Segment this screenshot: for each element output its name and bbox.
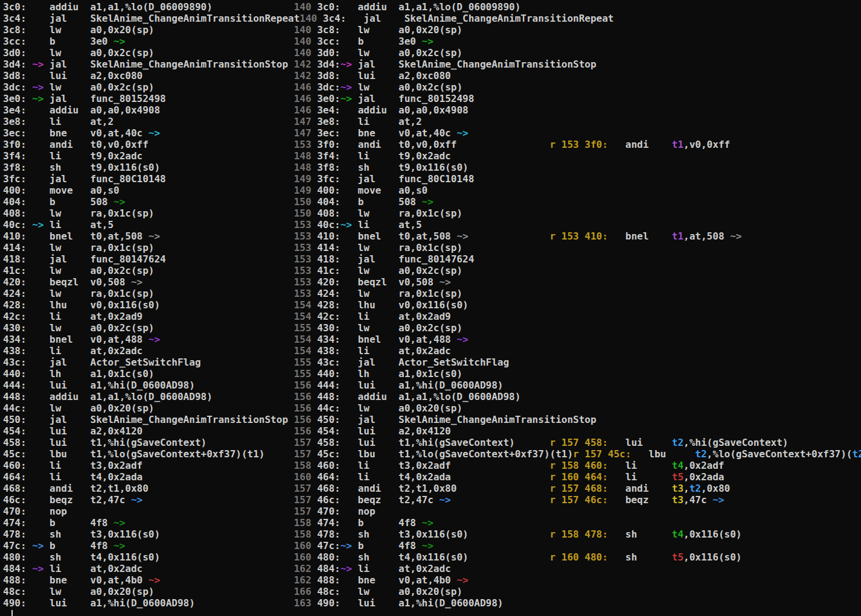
asm-line: 408: lw ra,0x1c(sp) 150 408: lw ra,0x1c(… (3, 208, 861, 219)
prompt-text: . (3, 609, 9, 616)
asm-line: 48c: lw a0,0x20(sp) 166 48c: lw a0,0x20(… (3, 586, 861, 597)
asm-line: 468: andi t2,t1,0x80 157 468: andi t2,t1… (3, 483, 861, 494)
asm-line: 44c: lw a0,0x20(sp) 156 44c: lw a0,0x20(… (3, 402, 861, 414)
asm-line: 46c: beqz t2,47c ~> 157 46c: beqz t2,47c… (3, 494, 861, 506)
asm-line: 404: b 508 ~> 150 404: b 508 ~> (3, 196, 861, 208)
asm-line: 490: lui a1,%hi(D_0600AD98) 163 490: lui… (3, 597, 861, 609)
asm-line: 438: li at,0x2adc 154 438: li at,0x2adc (3, 345, 861, 357)
asm-line: 3c8: lw a0,0x20(sp) 140 3c8: lw a0,0x20(… (3, 24, 861, 36)
asm-line: 3e8: li at,2 147 3e8: li at,2 (3, 116, 861, 127)
asm-line: 460: li t3,0x2adf 158 460: li t3,0x2adf … (3, 460, 861, 471)
asm-line: 448: addiu a1,a1,%lo(D_0600AD98) 156 448… (3, 391, 861, 402)
asm-line: 42c: li at,0x2ad9 154 42c: li at,0x2ad9 (3, 311, 861, 322)
asm-line: 41c: lw a0,0x2c(sp) 153 41c: lw a0,0x2c(… (3, 265, 861, 276)
asm-line: 3c4: jal SkelAnime_ChangeAnimTransitionR… (3, 13, 861, 24)
asm-line: 3c0: addiu a1,a1,%lo(D_06009890) 140 3c0… (3, 1, 861, 13)
asm-line: 450: jal SkelAnime_ChangeAnimTransitionS… (3, 414, 861, 425)
asm-line: 464: li t4,0x2ada 160 464: li t4,0x2ada … (3, 471, 861, 483)
asm-line: 414: lw ra,0x1c(sp) 153 414: lw ra,0x1c(… (3, 242, 861, 253)
asm-line: 3e0: ~> jal func_80152498 146 3e0:~> jal… (3, 93, 861, 104)
asm-line: 3d4: ~> jal SkelAnime_ChangeAnimTransiti… (3, 59, 861, 70)
asm-line: 3f8: sh t9,0x116(s0) 148 3f8: sh t9,0x11… (3, 162, 861, 173)
terminal[interactable]: 3c0: addiu a1,a1,%lo(D_06009890) 140 3c0… (0, 0, 861, 616)
asm-line: 3cc: b 3e0 ~> 140 3cc: b 3e0 ~> (3, 36, 861, 47)
asm-line: 420: beqzl v0,508 ~> 153 420: beqzl v0,5… (3, 276, 861, 288)
asm-line: 3fc: jal func_80C10148 149 3fc: jal func… (3, 173, 861, 185)
asm-line: 3d0: lw a0,0x2c(sp) 140 3d0: lw a0,0x2c(… (3, 47, 861, 59)
asm-line: 428: lhu v0,0x116(s0) 154 428: lhu v0,0x… (3, 299, 861, 311)
asm-line: 470: nop 157 470: nop (3, 506, 861, 517)
asm-line: 434: bnel v0,at,488 ~> 154 434: bnel v0,… (3, 334, 861, 345)
cursor (11, 610, 13, 616)
prompt-line: . (3, 609, 861, 616)
asm-line: 430: lw a0,0x2c(sp) 155 430: lw a0,0x2c(… (3, 322, 861, 334)
asm-line: 3f4: li t9,0x2adc 148 3f4: li t9,0x2adc (3, 150, 861, 162)
asm-line: 3d8: lui a2,0xc080 142 3d8: lui a2,0xc08… (3, 70, 861, 81)
asm-line: 47c: ~> b 4f8 ~> 160 47c:~> b 4f8 ~> (3, 540, 861, 551)
asm-line: 400: move a0,s0 149 400: move a0,s0 (3, 185, 861, 196)
asm-line: 458: lui t1,%hi(gSaveContext) 157 458: l… (3, 437, 861, 448)
asm-line: 440: lh a1,0x1c(s0) 155 440: lh a1,0x1c(… (3, 368, 861, 379)
asm-line: 424: lw ra,0x1c(sp) 153 424: lw ra,0x1c(… (3, 288, 861, 299)
asm-line: 478: sh t3,0x116(s0) 158 478: sh t3,0x11… (3, 529, 861, 540)
terminal-output: 3c0: addiu a1,a1,%lo(D_06009890) 140 3c0… (3, 1, 861, 609)
asm-line: 454: lui a2,0x4120 156 454: lui a2,0x412… (3, 425, 861, 437)
asm-line: 45c: lbu t1,%lo(gSaveContext+0xf37)(t1) … (3, 448, 861, 460)
asm-line: 3ec: bne v0,at,40c ~> 147 3ec: bne v0,at… (3, 127, 861, 139)
asm-line: 418: jal func_80147624 153 418: jal func… (3, 253, 861, 265)
asm-line: 43c: jal Actor_SetSwitchFlag 155 43c: ja… (3, 357, 861, 368)
asm-line: 410: bnel t0,at,508 ~> 153 410: bnel t0,… (3, 230, 861, 242)
asm-line: 480: sh t4,0x116(s0) 160 480: sh t4,0x11… (3, 551, 861, 563)
asm-line: 444: lui a1,%hi(D_0600AD98) 156 444: lui… (3, 379, 861, 391)
asm-line: 484: ~> li at,0x2adc 162 484:~> li at,0x… (3, 563, 861, 574)
asm-line: 3e4: addiu a0,a0,0x4908 146 3e4: addiu a… (3, 104, 861, 116)
asm-line: 40c: ~> li at,5 153 40c:~> li at,5 (3, 219, 861, 230)
asm-line: 3dc: ~> lw a0,0x2c(sp) 146 3dc:~> lw a0,… (3, 81, 861, 93)
asm-line: 474: b 4f8 ~> 158 474: b 4f8 ~> (3, 517, 861, 529)
asm-line: 3f0: andi t0,v0,0xff 153 3f0: andi t0,v0… (3, 139, 861, 150)
asm-line: 488: bne v0,at,4b0 ~> 162 488: bne v0,at… (3, 574, 861, 586)
